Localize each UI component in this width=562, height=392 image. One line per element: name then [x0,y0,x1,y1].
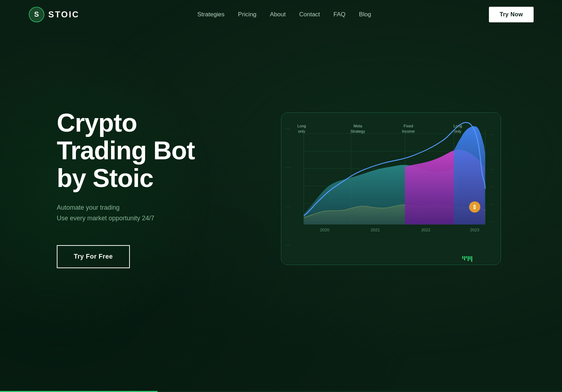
chart-indicator [462,256,472,262]
svg-text:2021: 2021 [371,227,380,232]
decorative-dots-bottom: · · · · · [89,263,114,267]
svg-text:·····: ····· [489,185,493,188]
svg-text:·····: ····· [489,168,493,171]
nav-faq[interactable]: FAQ [334,11,346,18]
hero-section: Crypto Trading Bot by Stoic Automate you… [0,29,562,348]
navbar: S STOIC Strategies Pricing About Contact… [0,0,562,29]
chart-card: Longonly MetaStrategy FixedIncome Longon… [281,112,501,265]
svg-text:S: S [34,10,39,18]
hero-title: Crypto Trading Bot by Stoic [57,109,227,192]
svg-text:2022: 2022 [421,227,430,232]
svg-text:2023: 2023 [470,227,480,232]
svg-text:2020: 2020 [320,227,330,232]
nav-pricing[interactable]: Pricing [238,11,257,18]
nav-blog[interactable]: Blog [359,11,371,18]
try-now-button[interactable]: Try Now [489,7,534,22]
nav-contact[interactable]: Contact [299,11,320,18]
decorative-dots-top: · · · · · [89,235,114,239]
svg-text:·····: ····· [489,150,493,154]
logo-text: STOIC [48,10,79,20]
svg-text:·····: ····· [489,203,493,206]
chart-svg: ₿ 2020 2021 2022 2023 ····· ····· ····· … [281,113,501,242]
hero-subtitle: Automate your trading Use every market o… [57,202,227,224]
svg-text:·····: ····· [489,133,493,136]
nav-links: Strategies Pricing About Contact FAQ Blo… [197,11,371,18]
nav-about[interactable]: About [270,11,286,18]
logo[interactable]: S STOIC [28,6,79,23]
logo-icon: S [28,6,45,23]
nav-strategies[interactable]: Strategies [197,11,225,18]
hero-content: Crypto Trading Bot by Stoic Automate you… [57,109,227,268]
chart-container: Longonly MetaStrategy FixedIncome Longon… [227,112,534,265]
svg-text:·····: ····· [489,220,493,223]
svg-text:₿: ₿ [473,204,476,210]
